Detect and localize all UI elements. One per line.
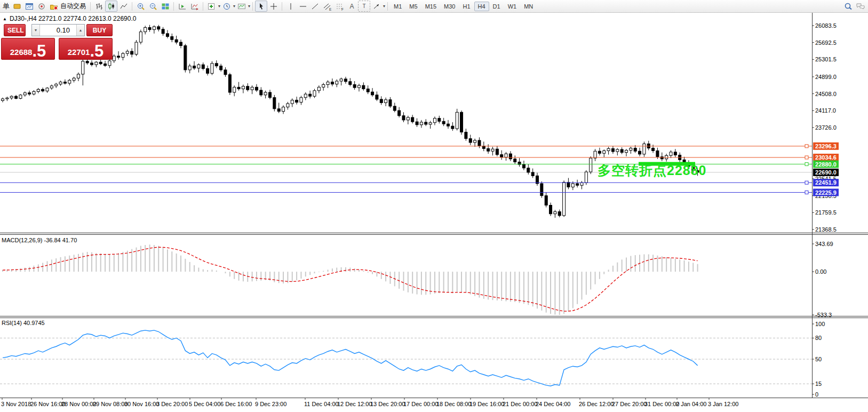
time-axis-label: 5 Dec 04:00 [189,401,220,407]
svg-text:25301.5: 25301.5 [815,56,837,62]
templates-icon[interactable] [235,1,248,12]
periods-icon[interactable] [220,1,233,12]
timeframe-button-m5[interactable]: M5 [405,2,421,11]
auto-trading-label[interactable]: 自动交易 [60,2,86,11]
terminal-icon[interactable] [23,1,35,12]
horizontal-line-icon[interactable] [297,1,309,12]
equidistant-channel-icon[interactable]: E [321,1,333,12]
chart-canvas[interactable]: 26083.525692.525301.524899.024508.024117… [0,0,868,412]
time-axis-label: 3 Dec 20:00 [156,401,188,407]
rsi-line [3,330,698,386]
toolbar-separator [132,2,132,11]
panel-collapse-icon[interactable]: ▲ [3,17,7,21]
time-axis-label: 13 Dec 20:00 [370,401,405,407]
toolbar-separator [282,2,282,11]
candlestick-chart-icon[interactable] [105,1,117,12]
timeframe-button-h4[interactable]: H4 [474,2,489,11]
price-level-line[interactable]: 22451.9 [0,179,839,186]
time-axis-label: 21 Dec 00:00 [503,401,537,407]
price-level-line[interactable]: 22880.0 [0,161,839,168]
buy-price-display[interactable]: 22701.5 [59,38,113,60]
toolbar-separator [90,2,91,11]
time-axis-label: 17 Dec 00:00 [403,401,438,407]
sell-price-fraction: .5 [32,43,46,59]
timeframe-button-h1[interactable]: H1 [459,2,474,11]
tile-windows-icon[interactable] [159,1,171,12]
svg-text:22690.0: 22690.0 [815,169,837,176]
price-level-line[interactable]: 23034.6 [0,154,839,161]
text-label-icon[interactable]: T [358,1,370,12]
fibonacci-icon[interactable]: F [333,1,346,12]
svg-text:343.69: 343.69 [815,241,833,247]
svg-text:22225.9: 22225.9 [815,189,837,196]
time-axis-label: 3 Nov 2018 [1,401,31,407]
timeframe-button-w1[interactable]: W1 [504,2,521,11]
crosshair-icon[interactable] [267,1,280,12]
vertical-line-icon[interactable] [284,1,297,12]
timeframe-button-m30[interactable]: M30 [440,2,459,11]
timeframe-toolbar: M1M5M15M30H1H4D1W1MN [390,2,537,11]
new-order-label-fragment[interactable]: 单 [2,1,11,12]
volume-decrease-button[interactable]: ▼ [32,25,40,36]
time-axis-label: 18 Dec 08:00 [436,401,471,407]
zoom-in-icon[interactable] [134,1,147,12]
chart-shift-icon[interactable] [188,1,201,12]
macd-indicator-label: MACD(12,26,9) -36.84 41.70 [2,237,77,243]
new-order-icon[interactable] [11,1,23,12]
chart-annotation[interactable]: 多空转折点22880 [598,162,707,179]
buy-price-main: 22701 [68,47,90,57]
cursor-icon[interactable] [255,1,267,12]
timeframe-button-m15[interactable]: M15 [421,2,440,11]
time-axis-label: 19 Dec 16:00 [469,401,504,407]
svg-text:100: 100 [815,321,825,327]
bar-chart-icon[interactable] [93,1,105,12]
timeframe-button-d1[interactable]: D1 [489,2,504,11]
search-icon[interactable] [842,1,854,12]
toolbar-separator [387,2,388,11]
text-icon[interactable]: A [346,1,358,12]
sell-price-display[interactable]: 22688.5 [1,38,55,60]
chart-frame [0,13,868,398]
svg-text:23296.3: 23296.3 [815,143,837,149]
timeframe-button-mn[interactable]: MN [520,2,537,11]
buy-price-fraction: .5 [90,43,103,59]
svg-text:F: F [341,7,344,11]
time-axis-label: 31 Dec 00:00 [644,401,679,407]
toolbar: 单 自动交易 ▾ ▾ ▾ E F A T ▾ M1M5M15M30H1H4D1W… [0,0,868,13]
templates-dropdown-caret[interactable]: ▾ [248,4,250,9]
svg-text:23034.6: 23034.6 [815,154,837,161]
svg-text:80: 80 [815,335,822,341]
svg-text:21759.5: 21759.5 [815,209,837,216]
arrows-dropdown-caret[interactable]: ▾ [383,4,385,9]
svg-text:22880.0: 22880.0 [815,161,837,168]
zoom-out-icon[interactable] [147,1,159,12]
volume-input[interactable] [40,25,76,36]
volume-stepper: ▼ ▲ [31,24,85,36]
scroll-to-end-icon[interactable] [176,1,188,12]
signals-icon[interactable] [35,1,47,12]
svg-text:0.00: 0.00 [815,268,826,275]
sell-button[interactable]: SELL [4,24,26,36]
add-indicator-icon[interactable] [205,1,218,12]
time-axis-label: 9 Dec 23:00 [255,401,286,407]
buy-button[interactable]: BUY [86,24,113,36]
svg-text:26083.5: 26083.5 [815,22,837,29]
line-chart-icon[interactable] [117,1,130,12]
time-axis-label: 24 Dec 04:00 [536,401,570,407]
price-level-line[interactable]: 22225.9 [0,189,839,196]
volume-increase-button[interactable]: ▲ [76,25,84,36]
macd-axis: 343.690.00-533.3 [812,241,833,318]
trendline-icon[interactable] [309,1,321,12]
arrows-icon[interactable] [370,1,383,12]
current-price-label[interactable]: 22690.0 [813,169,839,176]
timeframe-button-m1[interactable]: M1 [390,2,405,11]
svg-text:23726.0: 23726.0 [815,124,837,131]
svg-text:24508.0: 24508.0 [815,91,837,97]
sell-price-main: 22688 [10,47,33,57]
price-level-line[interactable]: 23296.3 [0,142,839,150]
auto-trading-icon[interactable] [47,1,60,12]
chat-icon[interactable] [854,1,866,12]
time-axis-label: 27 Dec 20:00 [612,401,647,407]
rsi-axis: 1008050150 [812,321,825,398]
chart-title: ▲DJ30-,H4 22721.0 22774.0 22613.0 22690.… [3,15,136,22]
